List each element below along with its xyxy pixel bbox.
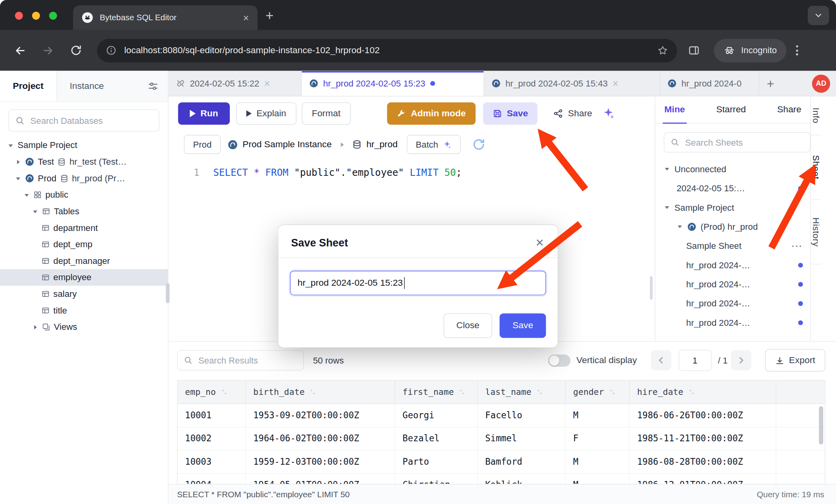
sheet-panel-tab-share[interactable]: Share bbox=[777, 96, 801, 123]
sheet-search[interactable] bbox=[664, 132, 810, 152]
sheet-item-hr-prod-2024[interactable]: hr_prod 2024-… bbox=[655, 275, 811, 294]
close-tab-icon[interactable]: × bbox=[613, 78, 618, 88]
sheet-panel-tab-mine[interactable]: Mine bbox=[665, 96, 685, 123]
sheet-item-2024-02-05-15[interactable]: 2024-02-05 15:… bbox=[655, 179, 811, 198]
site-info-icon[interactable] bbox=[106, 45, 117, 56]
admin-mode-button[interactable]: Admin mode bbox=[387, 102, 476, 125]
database-search-input[interactable] bbox=[29, 115, 152, 126]
column-header-gender[interactable]: gender bbox=[566, 381, 630, 404]
minimize-window-button[interactable] bbox=[32, 12, 40, 20]
tree-item-sample-project[interactable]: Sample Project bbox=[0, 137, 168, 154]
close-tab-icon[interactable]: × bbox=[243, 13, 249, 23]
zoom-window-button[interactable] bbox=[49, 12, 57, 20]
table-row[interactable]: 100011953-09-02T00:00:00ZGeorgiFacelloM1… bbox=[177, 404, 825, 427]
dialog-save-button[interactable]: Save bbox=[500, 314, 546, 338]
run-button[interactable]: Run bbox=[178, 102, 230, 125]
table-row[interactable]: 100021964-06-02T00:00:00ZBezalelSimmelF1… bbox=[177, 427, 825, 450]
format-button[interactable]: Format bbox=[302, 102, 351, 125]
rail-tab-info[interactable]: Info bbox=[811, 96, 821, 135]
sheet-item-prod-hr-prod[interactable]: (Prod) hr_prod bbox=[655, 217, 811, 236]
browser-tab[interactable]: Bytebase SQL Editor × bbox=[73, 5, 258, 30]
reload-button[interactable] bbox=[66, 44, 85, 56]
close-window-button[interactable] bbox=[15, 12, 23, 20]
results-search-input[interactable] bbox=[197, 355, 297, 366]
sheet-item-unconnected[interactable]: Unconnected bbox=[655, 160, 811, 179]
table-row[interactable]: 100031959-12-03T00:00:00ZPartoBamfordM19… bbox=[177, 450, 825, 473]
column-header-first-name[interactable]: first_name bbox=[395, 381, 478, 404]
sheet-panel-tab-starred[interactable]: Starred bbox=[716, 96, 746, 123]
new-sheet-tab-button[interactable]: + bbox=[759, 71, 782, 96]
tree-item-dept-manager[interactable]: dept_manager bbox=[0, 253, 168, 269]
results-search[interactable] bbox=[177, 350, 304, 370]
tree-item-test[interactable]: Testhr_test (Test… bbox=[0, 154, 168, 170]
sheet-title-input[interactable]: hr_prod 2024-02-05 15:23 bbox=[290, 271, 546, 295]
refresh-icon[interactable] bbox=[472, 138, 486, 152]
bookmark-star-icon[interactable] bbox=[657, 44, 669, 56]
share-button[interactable]: Share bbox=[548, 102, 597, 125]
tree-item-dept-emp[interactable]: dept_emp bbox=[0, 236, 168, 253]
column-name: gender bbox=[573, 387, 604, 397]
sheet-item-hr-prod-2024[interactable]: hr_prod 2024-… bbox=[655, 255, 811, 274]
column-header-last-name[interactable]: last_name bbox=[478, 381, 566, 404]
tree-item-views[interactable]: Views bbox=[0, 319, 168, 335]
tree-item-prod[interactable]: Prodhr_prod (Pr… bbox=[0, 170, 168, 187]
sheet-tab-2024-02-05-15-22[interactable]: 2024-02-05 15:22× bbox=[168, 71, 302, 96]
more-options-icon[interactable]: ··· bbox=[792, 241, 803, 250]
environment-badge[interactable]: Prod bbox=[184, 135, 220, 154]
prev-page-button[interactable] bbox=[651, 350, 671, 370]
tree-item-tables[interactable]: Tables bbox=[0, 203, 168, 220]
instance-name[interactable]: Prod Sample Instance bbox=[227, 139, 331, 150]
sheet-tab-hr-prod-2024-02-05-15-43[interactable]: hr_prod 2024-02-05 15:43× bbox=[484, 71, 660, 96]
database-search[interactable] bbox=[8, 109, 159, 131]
sheet-tab-hr-prod-2024-0[interactable]: hr_prod 2024-0 bbox=[660, 71, 759, 96]
tree-item-department[interactable]: department bbox=[0, 219, 168, 236]
tab-project[interactable]: Project bbox=[0, 71, 57, 102]
column-header-hire-date[interactable]: hire_date bbox=[630, 381, 776, 404]
save-button[interactable]: Save bbox=[483, 102, 537, 125]
back-button[interactable] bbox=[11, 44, 30, 57]
postgres-icon bbox=[687, 222, 696, 231]
tab-search-button[interactable] bbox=[808, 6, 829, 25]
incognito-badge[interactable]: Incognito bbox=[714, 38, 786, 62]
table-row[interactable]: 100041954-05-01T00:00:00ZChirstianKoblic… bbox=[177, 473, 825, 485]
ai-sparkle-icon[interactable] bbox=[602, 107, 614, 120]
side-panel-icon[interactable] bbox=[688, 44, 700, 56]
grid-scrollbar[interactable] bbox=[819, 406, 823, 444]
sheet-item-hr-prod-2024[interactable]: hr_prod 2024-… bbox=[655, 313, 811, 332]
sheet-tab-hr-prod-2024-02-05-15-23[interactable]: hr_prod 2024-02-05 15:23 bbox=[302, 71, 484, 96]
export-button[interactable]: Export bbox=[765, 349, 825, 371]
tree-item-salary[interactable]: salary bbox=[0, 286, 168, 302]
column-header-filler bbox=[776, 381, 825, 404]
close-dialog-icon[interactable]: × bbox=[536, 236, 544, 250]
table-icon bbox=[42, 207, 50, 215]
sheet-item-sample-project[interactable]: Sample Project bbox=[655, 198, 811, 217]
tree-item-public[interactable]: public bbox=[0, 187, 168, 203]
cell: 1985-11-21T00:00:00Z bbox=[630, 427, 776, 450]
sidebar-resize-handle[interactable] bbox=[166, 283, 170, 303]
avatar[interactable]: AD bbox=[812, 74, 830, 92]
page-number-input[interactable]: 1 bbox=[678, 350, 711, 371]
batch-button[interactable]: Batch bbox=[406, 135, 460, 154]
column-header-emp-no[interactable]: emp_no bbox=[177, 381, 246, 404]
sheet-search-input[interactable] bbox=[684, 137, 803, 148]
column-header-birth-date[interactable]: birth_date bbox=[246, 381, 395, 404]
address-bar[interactable]: localhost:8080/sql-editor/prod-sample-in… bbox=[97, 38, 677, 62]
browser-menu-icon[interactable] bbox=[796, 45, 798, 56]
tree-item-employee[interactable]: employee bbox=[0, 269, 168, 286]
next-page-button[interactable] bbox=[731, 350, 751, 370]
rail-tab-sheet[interactable]: Sheet bbox=[811, 135, 821, 200]
database-name[interactable]: hr_prod bbox=[353, 139, 398, 150]
vertical-display-toggle[interactable] bbox=[548, 354, 570, 366]
dialog-close-button[interactable]: Close bbox=[443, 314, 492, 338]
close-tab-icon[interactable]: × bbox=[264, 78, 270, 88]
tab-instance[interactable]: Instance bbox=[57, 71, 117, 102]
rail-tab-history[interactable]: History bbox=[811, 200, 821, 265]
filter-settings-icon[interactable] bbox=[148, 71, 168, 102]
panel-resize-handle[interactable] bbox=[650, 276, 653, 300]
new-browser-tab-button[interactable]: + bbox=[266, 8, 274, 22]
forward-button[interactable] bbox=[39, 44, 58, 57]
sheet-item-sample-sheet[interactable]: Sample Sheet··· bbox=[655, 236, 811, 255]
explain-button[interactable]: Explain bbox=[236, 102, 296, 125]
sheet-item-hr-prod-2024[interactable]: hr_prod 2024-… bbox=[655, 294, 811, 313]
tree-item-title[interactable]: title bbox=[0, 302, 168, 319]
